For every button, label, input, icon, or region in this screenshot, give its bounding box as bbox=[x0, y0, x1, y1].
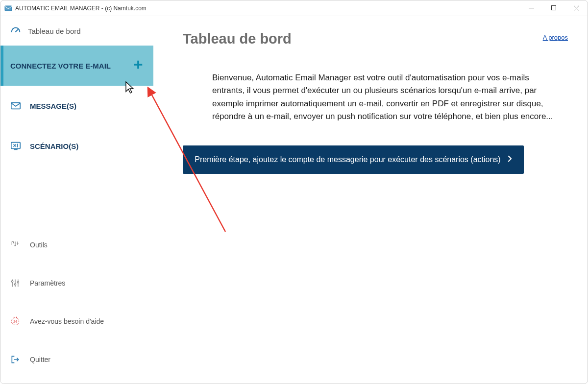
page-title: Tableau de bord bbox=[183, 31, 292, 47]
envelope-icon bbox=[10, 100, 21, 111]
quit-icon bbox=[10, 355, 20, 364]
sidebar-item-connect-email[interactable]: CONNECTEZ VOTRE E-MAIL bbox=[0, 46, 153, 86]
about-link[interactable]: A propos bbox=[543, 34, 568, 41]
first-step-button[interactable]: Première étape, ajoutez le compte de mes… bbox=[183, 145, 524, 174]
sidebar-header-dashboard[interactable]: Tableau de bord bbox=[0, 16, 153, 46]
close-icon bbox=[574, 5, 579, 11]
scenario-icon bbox=[10, 141, 21, 151]
dashboard-gauge-icon bbox=[10, 25, 21, 36]
svg-point-14 bbox=[12, 281, 13, 282]
minimize-icon bbox=[529, 5, 534, 11]
sidebar-secondary-nav: Outils Paramètres 24 Avez-vous besoin d'… bbox=[0, 226, 153, 384]
content-header: Tableau de bord A propos bbox=[183, 31, 568, 47]
main-content: Tableau de bord A propos Bienvenue, Auto… bbox=[153, 16, 588, 384]
sidebar-item-label: CONNECTEZ VOTRE E-MAIL bbox=[10, 62, 111, 70]
sidebar-item-messages[interactable]: MESSAGE(S) bbox=[0, 86, 153, 126]
svg-point-15 bbox=[14, 284, 16, 285]
sidebar-item-tools[interactable]: Outils bbox=[0, 226, 153, 264]
titlebar-left: AUTOMATIC EMAIL MANAGER - (c) Namtuk.com bbox=[4, 4, 147, 12]
window-title: AUTOMATIC EMAIL MANAGER - (c) Namtuk.com bbox=[15, 5, 147, 12]
svg-rect-0 bbox=[5, 6, 12, 11]
sidebar-item-label: MESSAGE(S) bbox=[30, 102, 76, 110]
sidebar-item-help[interactable]: 24 Avez-vous besoin d'aide bbox=[0, 302, 153, 340]
cta-label: Première étape, ajoutez le compte de mes… bbox=[195, 155, 500, 164]
svg-text:24: 24 bbox=[13, 320, 17, 323]
plus-icon[interactable] bbox=[133, 58, 144, 73]
settings-icon bbox=[10, 278, 20, 288]
help-icon: 24 bbox=[10, 316, 20, 326]
minimize-button[interactable] bbox=[520, 0, 542, 16]
window-controls bbox=[520, 0, 588, 16]
svg-line-5 bbox=[16, 29, 18, 32]
maximize-icon bbox=[551, 5, 557, 11]
sidebar-item-label: SCÉNARIO(S) bbox=[30, 142, 78, 150]
title-bar: AUTOMATIC EMAIL MANAGER - (c) Namtuk.com bbox=[0, 0, 588, 16]
tools-icon bbox=[10, 240, 20, 250]
close-button[interactable] bbox=[565, 0, 588, 16]
sidebar: Tableau de bord CONNECTEZ VOTRE E-MAIL M… bbox=[0, 16, 153, 384]
sidebar-primary-nav: CONNECTEZ VOTRE E-MAIL MESSAGE(S) SCÉNAR… bbox=[0, 46, 153, 166]
sidebar-item-label: Quitter bbox=[30, 356, 50, 363]
app-body: Tableau de bord CONNECTEZ VOTRE E-MAIL M… bbox=[0, 16, 588, 384]
svg-point-16 bbox=[17, 282, 19, 283]
welcome-text: Bienvenue, Automatic Email Manager est v… bbox=[212, 72, 555, 123]
sidebar-item-scenarios[interactable]: SCÉNARIO(S) bbox=[0, 126, 153, 166]
sidebar-item-quit[interactable]: Quitter bbox=[0, 340, 153, 379]
sidebar-header-label: Tableau de bord bbox=[28, 27, 81, 35]
sidebar-item-label: Paramètres bbox=[30, 279, 65, 287]
svg-rect-9 bbox=[11, 143, 20, 149]
sidebar-item-label: Avez-vous besoin d'aide bbox=[30, 317, 104, 325]
svg-rect-2 bbox=[551, 6, 556, 10]
maximize-button[interactable] bbox=[542, 0, 565, 16]
chevron-right-icon bbox=[508, 155, 512, 164]
sidebar-item-settings[interactable]: Paramètres bbox=[0, 264, 153, 302]
sidebar-spacer bbox=[0, 166, 153, 226]
sidebar-item-label: Outils bbox=[30, 241, 48, 249]
app-icon bbox=[4, 4, 12, 12]
